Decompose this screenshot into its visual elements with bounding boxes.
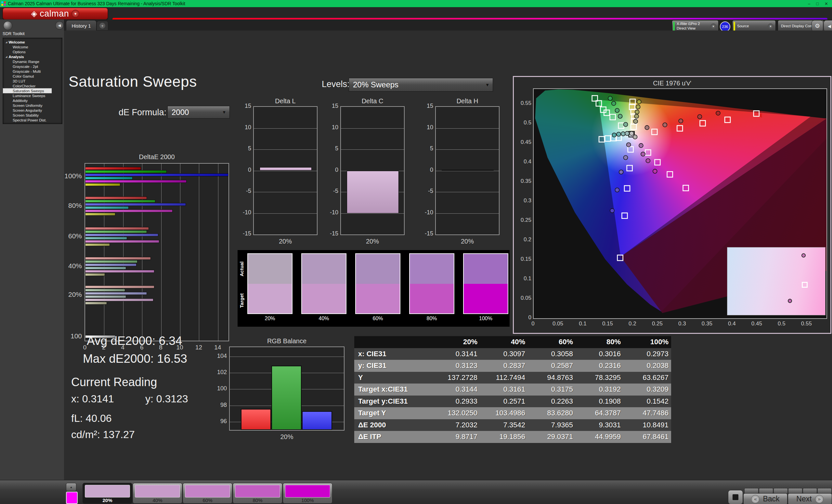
delta_l-title: Delta L (253, 97, 317, 105)
maximize-icon[interactable]: □ (816, 1, 819, 6)
saturation-button-20%[interactable]: 20% (82, 483, 132, 504)
back-button[interactable]: « Back (743, 493, 787, 504)
tree-item-color-gamut[interactable]: Color Gamut (3, 74, 62, 79)
grid-line (254, 171, 317, 171)
tree-item-grayscale-2pt[interactable]: Grayscale - 2pt (3, 64, 62, 69)
levels-label: Levels: (322, 79, 350, 89)
stop-icon (732, 494, 738, 500)
target-marker (667, 171, 673, 177)
target-marker (645, 150, 651, 155)
tree-item-spectral-power-dist-[interactable]: Spectral Power Dist. (3, 117, 62, 122)
avg-de2000-value: Avg dE2000: 6.34 (87, 334, 182, 348)
swatch-label-100%: 100% (463, 316, 508, 321)
measured-marker (646, 159, 650, 163)
deltae-bar-20%-4 (85, 299, 153, 301)
y-tick-label: 0 (330, 167, 338, 173)
saturation-button-label: 60% (183, 498, 232, 503)
tree-item-welcome[interactable]: Welcome (3, 45, 62, 49)
up-arrow-icon: ▲ (70, 485, 73, 489)
tree-item-additivity[interactable]: Additivity (3, 98, 62, 103)
tree-item-screen-stability[interactable]: Screen Stability (3, 113, 62, 117)
saturation-button-40%[interactable]: 40% (133, 483, 182, 504)
saturation-chip (285, 485, 330, 498)
measured-marker (623, 156, 628, 160)
chevron-down-icon[interactable]: ▼ (768, 23, 774, 29)
calman-menu-button[interactable]: ◈ calman ▼ (3, 8, 108, 20)
expand-up-button[interactable]: ▲ (66, 483, 76, 491)
cie-x-tick: 0.15 (599, 320, 616, 327)
tree-item-screen-uniformity[interactable]: Screen Uniformity (3, 103, 62, 108)
y-tick-label: 96 (214, 418, 227, 425)
deltae-bar-20%-3 (85, 295, 126, 298)
tree-item-saturation-sweeps[interactable]: Saturation Sweeps (3, 88, 52, 93)
next-chevron-icon: » (815, 495, 824, 503)
rgb-plot-area (229, 346, 344, 430)
deltae-bar-60%-5 (85, 243, 110, 246)
collapse-panel-button[interactable]: ◀ (824, 20, 832, 32)
tree-item-screen-angularity[interactable]: Screen Angularity (3, 108, 62, 113)
tree-item-colorchecker[interactable]: ColorChecker (3, 83, 62, 88)
grid-line (230, 357, 344, 357)
mini-toolbar-button[interactable] (759, 488, 773, 494)
saturation-button-label: 100% (283, 498, 332, 503)
de-formula-select[interactable]: 2000 ▼ (167, 106, 230, 118)
calman-menu-arrow-icon[interactable]: ▼ (72, 10, 79, 18)
mini-toolbar-button[interactable] (744, 488, 758, 494)
add-tab-button[interactable]: + (97, 21, 108, 30)
sidebar-sphere-button[interactable] (3, 21, 12, 30)
deltae-bar-80%-5 (85, 213, 115, 216)
swatch-label-40%: 40% (301, 316, 346, 321)
saturation-button-60%[interactable]: 60% (183, 483, 232, 504)
mini-toolbar-button[interactable] (774, 488, 788, 494)
measured-marker (634, 114, 639, 118)
calman-diamond-icon: ◈ (31, 10, 37, 18)
measured-marker (636, 105, 640, 109)
tree-item-3d-lut[interactable]: 3D LUT (3, 79, 62, 83)
measured-marker (639, 143, 643, 148)
mini-toolbar-button[interactable] (803, 488, 817, 494)
tree-item-luminance-sweeps[interactable]: Luminance Sweeps (3, 93, 62, 98)
tree-group-analysis[interactable]: ◢Analysis (3, 54, 62, 59)
current-cdm2-value: cd/m²: 137.27 (71, 429, 135, 441)
deltae-bar-40%-5 (85, 273, 105, 276)
target-row-label: Target (239, 288, 244, 314)
saturation-button-100%[interactable]: 100% (283, 483, 333, 504)
minimize-icon[interactable]: – (808, 1, 810, 6)
saturation-button-80%[interactable]: 80% (233, 483, 282, 504)
swatch-40% (301, 253, 346, 314)
settings-gear-button[interactable]: ⚙ (811, 20, 823, 32)
x-tick-label: 12 (194, 344, 204, 351)
sidebar-collapse-button[interactable]: ◀ (55, 21, 64, 30)
table-row-target-y-cie31: Target y:CIE310.29330.25710.22630.19080.… (354, 395, 671, 408)
deltae-bar-100%-0 (85, 167, 141, 170)
grid-line (161, 164, 161, 341)
tree-item-dynamic-range[interactable]: Dynamic Range (3, 59, 62, 64)
mini-toolbar-button[interactable] (788, 488, 802, 494)
measured-marker (679, 119, 683, 123)
measured-marker (635, 110, 639, 114)
tree-item-options[interactable]: Options (3, 49, 62, 54)
mini-toolbar-button[interactable] (817, 488, 832, 494)
measured-marker (633, 135, 637, 139)
measured-marker (610, 208, 614, 213)
deltae-bar-40%-4 (85, 270, 154, 273)
tab-history-1[interactable]: History 1 (66, 20, 97, 31)
measured-marker (627, 143, 631, 147)
tree-item-grayscale-multi[interactable]: Grayscale - Multi (3, 69, 62, 74)
current-patch-chip[interactable] (66, 492, 78, 504)
y-tick-label: 0 (425, 167, 433, 173)
table-row-target-x-cie31: Target x:CIE310.31440.31610.31750.31920.… (354, 384, 671, 395)
grid-line (142, 164, 142, 341)
y-tick-label: 10 (243, 124, 251, 131)
stop-button[interactable] (728, 490, 743, 504)
grid-line (254, 149, 317, 150)
tree-group-welcome[interactable]: ◢Welcome (3, 39, 62, 45)
measured-marker (633, 119, 638, 123)
next-button[interactable]: Next » (788, 493, 832, 504)
levels-select[interactable]: 20% Sweeps ▼ (349, 78, 493, 91)
close-icon[interactable]: ✕ (825, 1, 828, 6)
y-tick-label: 15 (243, 103, 251, 109)
logo-bar: ◈ calman ▼ (0, 7, 832, 20)
chevron-down-icon[interactable]: ▼ (710, 23, 716, 29)
deltae-bar-60%-3 (85, 237, 127, 240)
